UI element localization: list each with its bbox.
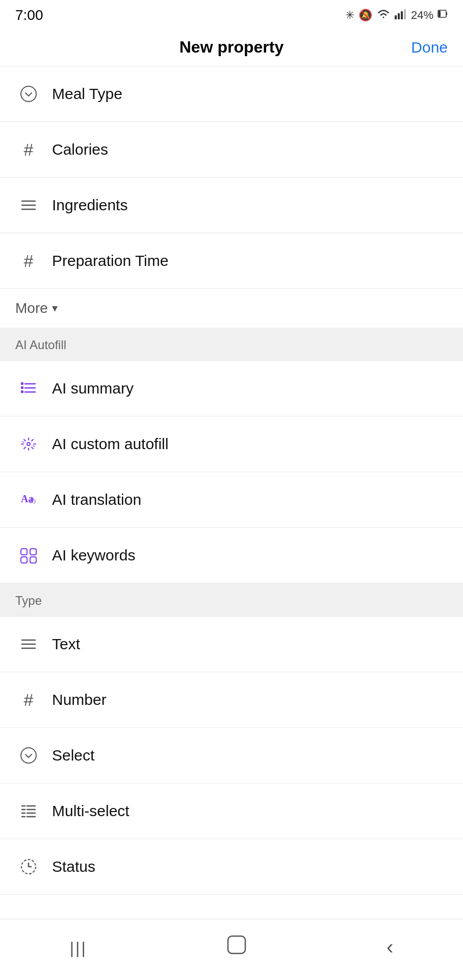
type-section-header: Type: [0, 583, 463, 617]
svg-rect-14: [21, 382, 23, 385]
lines-icon: [15, 192, 42, 218]
svg-rect-5: [446, 12, 447, 15]
type-text-label: Text: [52, 635, 80, 653]
circle-down-icon: [15, 742, 42, 769]
svg-text:あ: あ: [29, 496, 36, 504]
home-icon: [226, 938, 247, 959]
ai-keywords-label: AI keywords: [52, 547, 135, 564]
list-item[interactable]: Status: [0, 839, 463, 895]
bluetooth-icon: ✳: [345, 9, 354, 22]
bottom-navigation: ||| ‹: [0, 919, 463, 980]
type-select-label: Select: [52, 747, 94, 764]
more-label: More: [15, 300, 48, 316]
type-label: Type: [15, 594, 42, 607]
page-header: New property Done: [0, 29, 463, 66]
ai-custom-label: AI custom autofill: [52, 435, 168, 453]
list-item[interactable]: Aa あ AI translation: [0, 472, 463, 528]
svg-rect-0: [395, 15, 397, 19]
status-icons: ✳ 🔕 24%: [345, 8, 448, 22]
circle-down-icon: [15, 81, 42, 107]
svg-rect-1: [398, 13, 400, 19]
battery-text: 24%: [411, 9, 433, 22]
list-item[interactable]: Multi-select: [0, 783, 463, 839]
list-item[interactable]: Text: [0, 617, 463, 672]
status-bar: 7:00 ✳ 🔕 24%: [0, 0, 463, 29]
meal-type-label: Meal Type: [52, 85, 122, 103]
list-item[interactable]: Meal Type: [0, 66, 463, 122]
svg-point-7: [21, 86, 36, 102]
type-list: Text # Number Select: [0, 617, 463, 895]
ai-summary-label: AI summary: [52, 380, 134, 397]
mute-icon: 🔕: [358, 9, 372, 22]
hash-icon: #: [15, 687, 42, 713]
home-nav-button[interactable]: [206, 929, 267, 965]
ingredients-label: Ingredients: [52, 197, 127, 214]
list-item[interactable]: # Number: [0, 672, 463, 728]
svg-rect-15: [21, 386, 23, 389]
svg-rect-23: [30, 557, 36, 563]
list-item[interactable]: # Calories: [0, 122, 463, 178]
list-item[interactable]: AI keywords: [0, 528, 463, 583]
svg-rect-20: [21, 549, 27, 555]
ai-autofill-list: AI summary AI custom autofill Aa あ AI tr…: [0, 361, 463, 583]
list-item[interactable]: Select: [0, 728, 463, 783]
list-item[interactable]: Ingredients: [0, 178, 463, 233]
hash-icon: #: [15, 248, 42, 274]
list-item[interactable]: AI custom autofill: [0, 416, 463, 472]
list-item[interactable]: # Preparation Time: [0, 233, 463, 289]
list-item[interactable]: AI summary: [0, 361, 463, 416]
back-nav-button[interactable]: ‹: [366, 930, 414, 964]
svg-point-27: [21, 748, 36, 763]
menu-icon: |||: [70, 939, 87, 957]
svg-rect-22: [21, 557, 27, 563]
battery-icon: [438, 9, 448, 22]
chevron-down-icon: ▾: [52, 302, 58, 315]
page-title: New property: [179, 38, 284, 57]
menu-nav-button[interactable]: |||: [49, 932, 108, 963]
svg-rect-3: [404, 9, 406, 19]
type-number-label: Number: [52, 691, 107, 708]
property-list: Meal Type # Calories Ingredients # Prepa…: [0, 66, 463, 289]
ai-keywords-icon: [15, 542, 42, 569]
type-multiselect-label: Multi-select: [52, 802, 130, 820]
svg-rect-2: [401, 11, 403, 19]
back-icon: ‹: [387, 936, 393, 958]
ai-autofill-label: AI Autofill: [15, 338, 66, 352]
more-button[interactable]: More ▾: [0, 289, 463, 328]
type-status-label: Status: [52, 858, 95, 875]
svg-rect-37: [228, 936, 245, 953]
wifi-icon: [376, 8, 391, 22]
ai-translation-icon: Aa あ: [15, 486, 42, 513]
lines-icon: [15, 631, 42, 657]
svg-rect-16: [21, 390, 23, 393]
hash-icon: #: [15, 136, 42, 163]
svg-rect-6: [439, 11, 441, 17]
ai-translation-label: AI translation: [52, 491, 141, 508]
multilines-icon: [15, 798, 42, 824]
ai-autofill-section-header: AI Autofill: [0, 328, 463, 361]
svg-point-17: [27, 443, 30, 446]
ai-custom-icon: [15, 431, 42, 457]
done-button[interactable]: Done: [411, 39, 448, 56]
calories-label: Calories: [52, 141, 108, 158]
status-time: 7:00: [15, 7, 43, 23]
signal-icon: [395, 8, 407, 22]
status-icon: [15, 853, 42, 880]
svg-rect-21: [30, 549, 36, 555]
prep-time-label: Preparation Time: [52, 252, 168, 270]
ai-summary-icon: [15, 375, 42, 402]
